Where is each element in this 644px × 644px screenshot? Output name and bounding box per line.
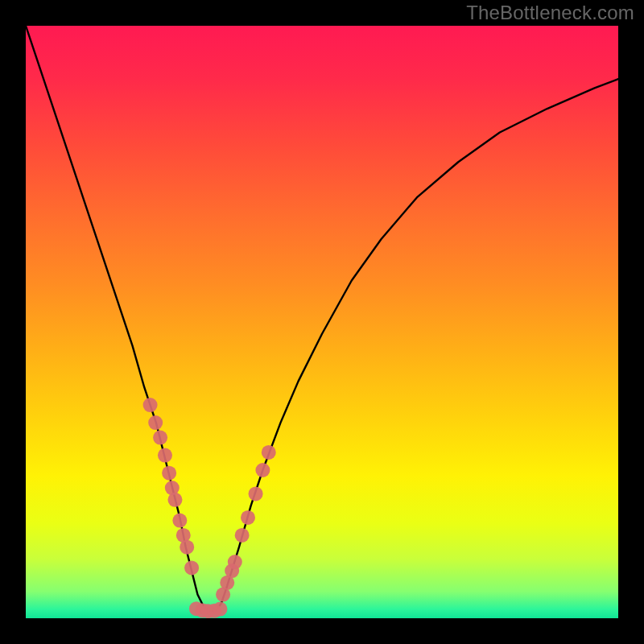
data-dot: [180, 540, 194, 555]
data-dot: [148, 415, 163, 430]
plot-area: [26, 26, 618, 618]
chart-root: TheBottleneck.com: [0, 0, 644, 644]
data-dot: [249, 486, 263, 501]
data-dot: [235, 528, 250, 543]
data-dot: [262, 445, 276, 460]
data-dot: [228, 555, 242, 569]
data-dot: [143, 398, 158, 412]
data-dot: [162, 466, 176, 481]
watermark-text: TheBottleneck.com: [466, 2, 634, 24]
gradient-bg: [26, 26, 618, 618]
data-dot: [184, 560, 199, 575]
data-dot: [158, 448, 172, 463]
dots-bottom: [189, 601, 227, 618]
data-dot: [241, 510, 255, 525]
data-dot: [172, 514, 187, 528]
data-dot: [255, 463, 270, 477]
data-dot: [167, 493, 182, 507]
data-dot: [213, 602, 227, 617]
chart-svg: [26, 26, 618, 618]
data-dot: [153, 431, 167, 445]
